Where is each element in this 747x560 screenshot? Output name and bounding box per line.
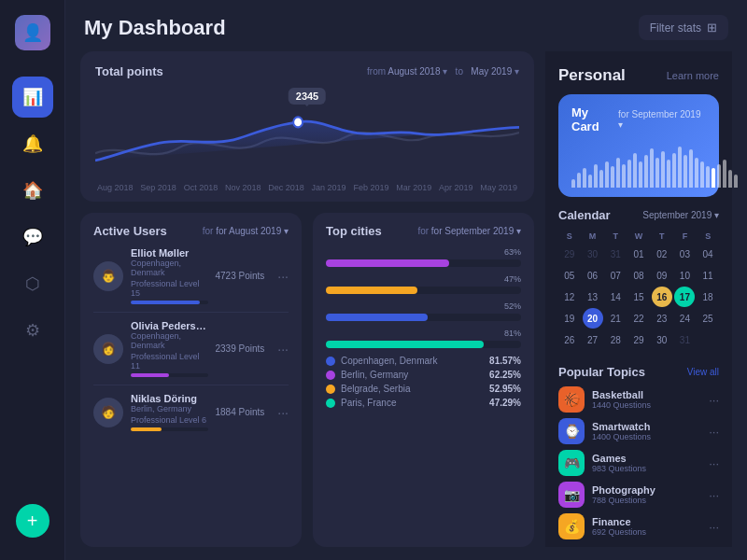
topic-count: 1400 Questions: [592, 432, 701, 441]
chart-label: Oct 2018: [184, 183, 218, 192]
right-panel: Personal Learn more My Card for Septembe…: [545, 51, 732, 547]
filter-stats-button[interactable]: Filter stats ⊞: [639, 15, 728, 40]
user-bar-wrap: [131, 427, 208, 431]
calendar-day[interactable]: 16: [652, 287, 672, 307]
topic-info: Finance 692 Questions: [592, 516, 701, 537]
sidebar-item-dashboard[interactable]: 📊: [12, 77, 53, 118]
my-card-bar: [627, 160, 631, 188]
calendar-grid: SMTWTFS293031010203040506070809101112131…: [558, 230, 719, 350]
topic-info: Games 983 Questions: [592, 453, 701, 473]
topic-info: Photography 788 Questions: [592, 484, 701, 505]
calendar-day-header: W: [627, 230, 650, 243]
my-card-bar: [616, 158, 620, 188]
user-name: Niklas Döring: [131, 393, 208, 404]
calendar-day: 30: [652, 329, 672, 350]
calendar-month[interactable]: September 2019 ▾: [642, 210, 719, 220]
topic-options-button[interactable]: ···: [709, 520, 719, 534]
my-card-bar: [723, 160, 726, 188]
city-dot: [326, 357, 335, 366]
active-users-period[interactable]: for for August 2019 ▾: [203, 226, 289, 236]
my-card-bar: [678, 147, 682, 188]
sidebar-item-message[interactable]: 💬: [12, 217, 53, 258]
sidebar-item-settings[interactable]: ⚙: [12, 310, 53, 351]
topic-info: Basketball 1440 Questions: [592, 389, 701, 410]
calendar-day-header: M: [582, 230, 604, 243]
topic-options-button[interactable]: ···: [709, 456, 719, 470]
user-location: Copenhagen, Denmark: [131, 331, 208, 350]
city-bar-item: 81%: [326, 329, 521, 348]
topic-count: 692 Questions: [592, 527, 701, 537]
topic-icon: ⌚: [558, 418, 585, 444]
my-card-period[interactable]: for September 2019 ▾: [618, 109, 706, 130]
calendar-title: Calendar: [558, 208, 611, 222]
user-bar: [131, 373, 169, 377]
user-options-button[interactable]: ···: [272, 342, 289, 357]
topic-item: 📷 Photography 788 Questions ···: [558, 482, 719, 508]
filter-stats-label: Filter stats: [650, 21, 701, 35]
user-bar: [131, 301, 200, 304]
topic-name: Smartwatch: [592, 421, 701, 432]
topic-item: 🏀 Basketball 1440 Questions ···: [558, 386, 719, 413]
my-card-bar: [622, 164, 626, 188]
sidebar-item-layers[interactable]: ⬡: [12, 263, 53, 304]
my-card-bar: [644, 155, 648, 188]
chart-labels: Aug 2018Sep 2018Oct 2018Nov 2018Dec 2018…: [95, 183, 519, 192]
user-level: Professional Level 15: [131, 279, 208, 298]
svg-point-0: [293, 117, 303, 127]
active-users-title: Active Users: [93, 224, 167, 238]
user-points: 1884 Points: [216, 407, 265, 417]
page-title: My Dashboard: [84, 16, 226, 40]
topic-count: 1440 Questions: [592, 400, 701, 410]
user-location: Copenhagen, Denmark: [131, 259, 208, 277]
chart-label: Sep 2018: [140, 183, 176, 192]
my-card-bar: [712, 168, 715, 188]
chart-from: August 2018: [388, 66, 440, 77]
user-item: 👩 Olivia Pedersen Copenhagen, Denmark Pr…: [93, 320, 289, 385]
calendar-day: 12: [559, 287, 580, 307]
my-card-bar: [639, 161, 642, 188]
active-users-card: Active Users for for August 2019 ▾ 👨 Ell…: [80, 213, 302, 547]
user-points: 2339 Points: [216, 343, 265, 354]
add-button[interactable]: +: [16, 504, 49, 538]
chart-title: Total points: [95, 64, 163, 78]
my-card-bar: [599, 170, 603, 188]
user-level: Professional Level 6: [131, 415, 208, 425]
calendar-day: 01: [628, 244, 649, 264]
total-points-card: Total points from August 2018 ▾ to May 2…: [80, 51, 534, 202]
city-name: Belgrade, Serbia: [341, 384, 484, 394]
topics-list: 🏀 Basketball 1440 Questions ··· ⌚ Smartw…: [558, 386, 719, 539]
topic-options-button[interactable]: ···: [709, 488, 719, 502]
city-name: Berlin, Germany: [341, 370, 484, 380]
calendar-day[interactable]: 17: [674, 287, 695, 307]
user-options-button[interactable]: ···: [272, 405, 289, 420]
calendar-day: 26: [559, 329, 580, 350]
city-pct: 62.25%: [489, 370, 521, 380]
my-card-bar: [571, 179, 575, 188]
user-options-button[interactable]: ···: [272, 269, 289, 284]
sidebar-item-chart[interactable]: 🔔: [12, 123, 53, 164]
my-card-bar: [661, 151, 665, 188]
calendar-day[interactable]: 20: [583, 308, 603, 329]
city-pct: 81.57%: [489, 356, 521, 366]
user-item: 🧑 Niklas Döring Berlin, Germany Professi…: [93, 393, 289, 439]
user-avatar: 👨: [93, 261, 123, 291]
calendar-day-header: S: [697, 230, 719, 243]
city-name: Paris, France: [341, 398, 484, 408]
topic-options-button[interactable]: ···: [709, 393, 719, 407]
view-all-link[interactable]: View all: [687, 367, 719, 377]
sidebar-logo: 👤: [15, 15, 50, 50]
sidebar-nav: 📊🔔🏠💬⬡⚙: [12, 77, 53, 504]
header-right: Filter stats ⊞: [639, 15, 728, 40]
sidebar-item-home[interactable]: 🏠: [12, 170, 53, 211]
calendar-day: 07: [605, 265, 626, 286]
user-info: Elliot Møller Copenhagen, Denmark Profes…: [131, 247, 208, 304]
my-card-bar: [706, 166, 710, 188]
active-users-header: Active Users for for August 2019 ▾: [93, 224, 289, 238]
my-card-bar: [583, 168, 586, 188]
top-cities-card: Top cities for for September 2019 ▾ 63% …: [313, 213, 534, 547]
top-cities-period[interactable]: for for September 2019 ▾: [417, 226, 521, 236]
learn-more-link[interactable]: Learn more: [667, 70, 719, 81]
calendar-day[interactable]: 03: [674, 244, 695, 264]
topic-options-button[interactable]: ···: [709, 425, 719, 439]
user-points-wrap: 1884 Points: [216, 407, 265, 417]
